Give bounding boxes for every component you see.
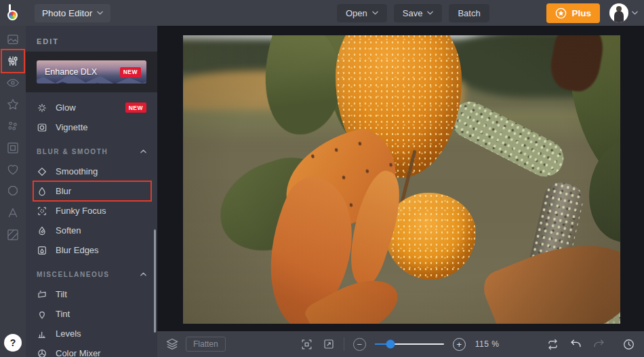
shape-icon[interactable] xyxy=(1,181,24,202)
levels-icon xyxy=(37,328,47,339)
star-circle-icon xyxy=(555,7,567,19)
menu-item-funky-focus[interactable]: Funky Focus xyxy=(26,201,157,221)
help-button[interactable]: ? xyxy=(4,334,22,352)
menu-item-vignette[interactable]: Vignette xyxy=(26,117,157,137)
menu-item-blur-edges[interactable]: Blur Edges xyxy=(26,240,157,260)
chevron-down-icon xyxy=(427,11,433,15)
compare-icon[interactable] xyxy=(546,338,559,351)
history-clock-icon[interactable] xyxy=(622,338,635,351)
edit-menu: Glow NEW Vignette BLUR & SMOOTH Smoothin… xyxy=(26,92,157,357)
soften-icon xyxy=(37,225,47,236)
undo-icon[interactable] xyxy=(569,338,582,351)
menu-item-label: Tint xyxy=(56,309,70,319)
chevron-down-icon xyxy=(97,11,103,15)
layers-icon[interactable] xyxy=(165,337,179,351)
minus-icon: − xyxy=(357,340,362,349)
fullscreen-preview-icon[interactable] xyxy=(323,338,335,350)
divider xyxy=(344,337,344,351)
edit-panel: EDIT Enhance DLX NEW Glow NEW Vignette B… xyxy=(26,26,157,357)
batch-label: Batch xyxy=(458,8,480,18)
eye-icon[interactable] xyxy=(1,72,24,94)
menu-item-levels[interactable]: Levels xyxy=(26,324,157,343)
menu-item-soften[interactable]: Soften xyxy=(26,221,157,240)
zoom-in-button[interactable]: + xyxy=(453,338,466,351)
enhance-dlx-banner[interactable]: Enhance DLX NEW xyxy=(37,60,146,83)
section-blur-smooth[interactable]: BLUR & SMOOTH xyxy=(26,141,157,162)
texture-icon[interactable] xyxy=(1,224,24,246)
menu-item-label: Vignette xyxy=(56,122,87,132)
chevron-up-icon xyxy=(140,149,146,153)
top-bar: Photo Editor Open Save Batch Plus xyxy=(0,0,644,26)
panel-scrollbar[interactable] xyxy=(154,229,156,333)
befunky-logo-icon[interactable] xyxy=(6,3,24,22)
app-title: Photo Editor xyxy=(42,8,92,18)
menu-item-label: Levels xyxy=(56,328,81,339)
redo-icon[interactable] xyxy=(592,338,605,351)
panel-title: EDIT xyxy=(26,26,157,52)
menu-item-label: Blur xyxy=(56,186,71,196)
menu-item-label: Funky Focus xyxy=(56,206,106,216)
menu-item-blur[interactable]: Blur xyxy=(26,181,157,201)
zoom-level-value[interactable]: 115 % xyxy=(475,339,500,349)
zoom-out-button[interactable]: − xyxy=(353,338,366,351)
tint-icon xyxy=(37,309,47,320)
menu-item-color-mixer[interactable]: Color Mixer xyxy=(26,343,157,357)
smoothing-icon xyxy=(37,166,47,177)
menu-item-label: Tilt xyxy=(56,289,67,299)
chevron-down-icon[interactable] xyxy=(632,11,638,15)
color-mixer-icon xyxy=(37,348,47,357)
flatten-button[interactable]: Flatten xyxy=(186,337,226,352)
tool-rail: ? xyxy=(0,26,26,357)
plus-icon: + xyxy=(456,340,462,349)
user-avatar[interactable] xyxy=(609,3,628,22)
new-badge: NEW xyxy=(125,102,146,113)
tilt-icon xyxy=(37,289,47,300)
section-title: MISCELLANEOUS xyxy=(37,271,109,278)
menu-item-tint[interactable]: Tint xyxy=(26,304,157,324)
chevron-down-icon xyxy=(372,11,378,15)
chevron-up-icon xyxy=(140,272,146,276)
new-badge: NEW xyxy=(120,67,141,77)
fit-to-screen-icon[interactable] xyxy=(300,338,313,351)
banner-label: Enhance DLX xyxy=(45,67,97,77)
menu-item-smoothing[interactable]: Smoothing xyxy=(26,162,157,181)
account-area: Plus xyxy=(546,3,638,23)
image-icon[interactable] xyxy=(1,29,24,50)
menu-item-glow[interactable]: Glow NEW xyxy=(26,98,157,117)
frame-icon[interactable] xyxy=(1,137,24,159)
menu-item-label: Glow xyxy=(56,102,76,113)
bottom-toolbar: Flatten − + 115 % xyxy=(157,331,644,357)
section-title: BLUR & SMOOTH xyxy=(37,148,108,155)
menu-item-label: Color Mixer xyxy=(56,348,100,357)
touchup-icon[interactable] xyxy=(1,115,24,137)
star-icon[interactable] xyxy=(1,94,24,115)
glow-icon xyxy=(37,102,47,113)
vignette-icon xyxy=(37,122,47,133)
zoom-slider[interactable] xyxy=(375,343,444,345)
blur-icon xyxy=(37,186,47,197)
open-button[interactable]: Open xyxy=(337,4,387,22)
canvas-area xyxy=(157,26,644,331)
funky-focus-icon xyxy=(37,206,47,217)
heart-icon[interactable] xyxy=(1,159,24,181)
plus-label: Plus xyxy=(571,8,591,18)
file-actions: Open Save Batch xyxy=(337,4,489,22)
menu-item-tilt[interactable]: Tilt xyxy=(26,284,157,304)
save-button[interactable]: Save xyxy=(394,4,443,22)
batch-button[interactable]: Batch xyxy=(449,4,489,22)
canvas-image[interactable] xyxy=(183,35,620,324)
text-icon[interactable] xyxy=(1,202,24,224)
blur-edges-icon xyxy=(37,245,47,256)
save-label: Save xyxy=(403,8,423,18)
plus-upgrade-button[interactable]: Plus xyxy=(546,3,600,23)
zoom-slider-thumb[interactable] xyxy=(386,340,395,349)
menu-item-label: Soften xyxy=(56,225,81,236)
section-miscellaneous[interactable]: MISCELLANEOUS xyxy=(26,264,157,284)
help-label: ? xyxy=(10,337,16,348)
open-label: Open xyxy=(346,8,367,18)
menu-item-label: Smoothing xyxy=(56,166,98,176)
app-switcher-button[interactable]: Photo Editor xyxy=(35,4,110,22)
banner-strip: Enhance DLX NEW xyxy=(26,52,157,92)
adjust-sliders-icon[interactable] xyxy=(1,50,24,72)
menu-item-label: Blur Edges xyxy=(56,245,99,255)
